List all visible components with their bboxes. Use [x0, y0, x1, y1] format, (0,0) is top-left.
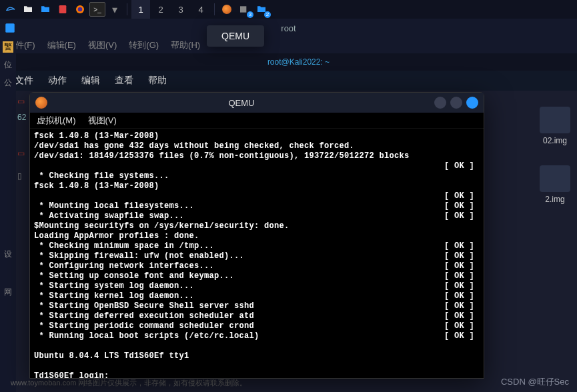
footer-text: www.toymoban.com 网络图片仅供展示，非存储，如有侵权请联系删除。: [11, 378, 247, 388]
folder-icon[interactable]: [37, 2, 53, 17]
qemu-menu-machine[interactable]: 虚拟机(M): [37, 115, 76, 127]
workspace-3[interactable]: 3: [171, 0, 190, 19]
task-icon-3[interactable]: 2: [253, 2, 269, 17]
file-item[interactable]: 2.img: [540, 165, 570, 204]
terminal-icon[interactable]: >_: [89, 2, 105, 17]
dash-icon: ▭: [17, 149, 25, 158]
system-taskbar: >_ ▾ 1 2 3 4 3 2: [0, 0, 577, 19]
qemu-console[interactable]: fsck 1.40.8 (13-Mar-2008) /dev/sda1 has …: [30, 129, 484, 378]
workspace-1[interactable]: 1: [131, 0, 150, 19]
dash-icon: ▭: [17, 97, 25, 106]
qemu-app-icon: [35, 97, 47, 109]
menu-help[interactable]: 帮助(H): [171, 39, 200, 51]
kali-logo-icon[interactable]: [3, 2, 19, 17]
qemu-titlebar[interactable]: QEMU: [30, 93, 484, 113]
menu-view[interactable]: 视图(V): [88, 39, 117, 51]
minimize-button[interactable]: [434, 97, 446, 109]
workspace-2[interactable]: 2: [151, 0, 170, 19]
bracket-icon: ▯: [17, 171, 22, 181]
term-menu-help[interactable]: 帮助: [148, 75, 167, 87]
term-menu-file[interactable]: 文件: [15, 75, 33, 87]
dropdown-icon[interactable]: ▾: [107, 2, 123, 17]
file-thumb-icon: [540, 165, 570, 192]
files-icon[interactable]: [20, 2, 36, 17]
file-thumb-icon: [540, 107, 570, 133]
qemu-window: QEMU 虚拟机(M) 视图(V) fsck 1.40.8 (13-Mar-20…: [29, 92, 484, 379]
term-menu-view[interactable]: 查看: [115, 75, 133, 87]
qemu-menubar: 虚拟机(M) 视图(V): [30, 113, 484, 129]
text-editor-icon[interactable]: [55, 2, 71, 17]
svg-rect-3: [240, 6, 246, 12]
watermark: CSDN @旺仔Sec: [501, 376, 569, 388]
maximize-button[interactable]: [450, 97, 462, 109]
app-icon: [4, 22, 16, 34]
separator: [127, 3, 127, 15]
num-label: 62: [17, 113, 26, 122]
close-button[interactable]: [466, 97, 478, 109]
qemu-title: QEMU: [53, 98, 430, 108]
svg-rect-0: [59, 5, 67, 13]
left-item-3[interactable]: 公: [4, 77, 12, 89]
qemu-menu-view[interactable]: 视图(V): [88, 115, 117, 127]
filemanager-titlebar: root: [0, 19, 577, 37]
left-item-2[interactable]: 位: [4, 59, 12, 71]
desktop-files: 02.img 2.img: [540, 107, 570, 224]
terminal-menubar: 文件 动作 编辑 查看 帮助: [0, 71, 577, 91]
task-icon-2[interactable]: 3: [236, 2, 252, 17]
firefox-icon[interactable]: [72, 2, 88, 17]
file-item[interactable]: 02.img: [540, 107, 570, 145]
file-label: 02.img: [543, 136, 567, 145]
filemanager-menubar: 文件(F) 编辑(E) 视图(V) 转到(G) 帮助(H): [0, 37, 577, 53]
filemanager-title: root: [281, 23, 296, 33]
terminal-title: root@Kali2022: ~: [20, 57, 577, 67]
term-menu-edit[interactable]: 编辑: [81, 75, 100, 87]
term-menu-action[interactable]: 动作: [48, 75, 67, 87]
workspace-4[interactable]: 4: [191, 0, 210, 19]
menu-go[interactable]: 转到(G): [129, 39, 159, 51]
separator: [214, 3, 215, 15]
tooltip: QEMU: [207, 25, 264, 47]
left-item-1[interactable]: 警: [3, 41, 13, 53]
file-label: 2.img: [545, 195, 564, 204]
menu-edit[interactable]: 编辑(E): [47, 39, 76, 51]
left-toolstrip: 警 位 公 设 网: [0, 37, 16, 392]
svg-rect-4: [5, 23, 15, 33]
terminal-fragment: ▭ 62 ▭ ▯: [17, 93, 26, 184]
qemu-task-icon[interactable]: [219, 2, 235, 17]
svg-point-2: [78, 7, 83, 12]
left-label-net[interactable]: 网: [4, 287, 12, 298]
terminal-titlebar: root@Kali2022: ~: [0, 53, 577, 71]
left-label-settings[interactable]: 设: [4, 249, 12, 260]
